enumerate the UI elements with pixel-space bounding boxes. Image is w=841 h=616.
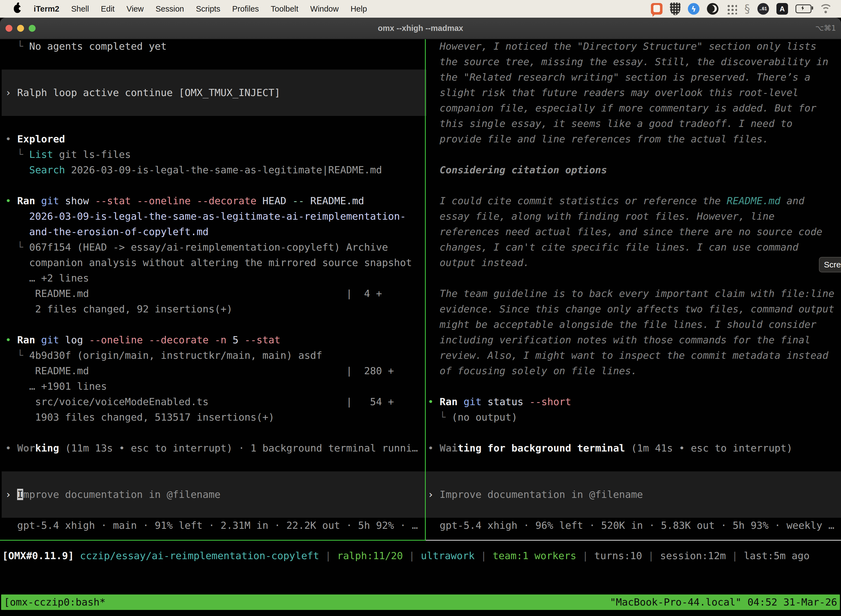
terminal-text-segment: README.md	[304, 195, 364, 207]
terminal-text-segment: the "Related research writing" section i…	[428, 72, 810, 83]
terminal-text-segment	[5, 164, 29, 176]
terminal-text-segment: └	[5, 242, 29, 253]
menu-item-edit[interactable]: Edit	[101, 4, 114, 13]
screen-sharing-chip[interactable]: Scre	[819, 257, 841, 273]
terminal-text-segment: -n	[215, 334, 227, 346]
terminal-line: • Ran git log --oneline --decorate -n 5 …	[5, 332, 430, 348]
terminal-text-segment: •	[5, 133, 17, 145]
screen-sharing-label: Scre	[824, 260, 841, 269]
screen-mirroring-icon[interactable]	[651, 3, 662, 15]
terminal-text-segment: 2 files changed, 92 insertions(+)	[5, 303, 233, 315]
terminal-line: references need actual files, and since …	[428, 224, 841, 239]
terminal-text-segment: … +2 lines	[5, 273, 89, 284]
pane-divider[interactable]	[425, 39, 426, 541]
terminal-text-segment: … +1901 lines	[5, 381, 107, 392]
window-title: omx --xhigh --madmax	[0, 18, 841, 39]
terminal-text-segment: gpt-5.4 xhigh · 96% left · 520K in · 5.8…	[428, 520, 834, 531]
terminal-text-segment: ›	[5, 489, 17, 500]
terminal-text-segment: ting for background terminal	[457, 442, 625, 454]
menubar-status-icons: ϟ§..61A	[651, 3, 841, 15]
right-terminal-pane[interactable]: However, I noticed the "Directory Struct…	[426, 39, 841, 540]
terminal-blank-line	[5, 116, 430, 131]
terminal-text-segment	[35, 195, 41, 207]
menu-item-help[interactable]: Help	[350, 4, 367, 13]
terminal-line: The team guideline is to back every impo…	[428, 286, 841, 301]
terminal-text-segment: No agents completed yet	[29, 41, 167, 52]
terminal-text-segment: 5	[227, 334, 245, 346]
terminal-text-segment: •	[5, 442, 17, 454]
dots-grid-icon[interactable]	[726, 3, 737, 14]
terminal-text-segment: last:5m ago	[744, 550, 810, 561]
terminal-text-segment: ralph:11/20	[337, 550, 403, 561]
apple-menu-icon[interactable]	[14, 5, 21, 13]
terminal-text-segment: status	[482, 396, 529, 407]
menu-item-shell[interactable]: Shell	[71, 4, 89, 13]
input-source-icon[interactable]: A	[777, 3, 788, 15]
terminal-line: Considering citation options	[428, 162, 841, 178]
menu-item-iterm2[interactable]: iTerm2	[34, 4, 59, 13]
terminal-text-segment: including verification notes with those …	[428, 334, 810, 346]
terminal-line: └ 4b9d30f (origin/main, instructkr/main,…	[5, 348, 430, 363]
terminal-blank-line	[5, 425, 430, 440]
prompt-input[interactable]: › Improve documentation in @filename	[1, 471, 426, 518]
prompt-input[interactable]: › Improve documentation in @filename	[426, 471, 841, 518]
terminal-text-segment: turns:10	[594, 550, 642, 561]
terminal-line: the source tree, missing the essay. Stil…	[428, 54, 841, 70]
terminal-text-segment: and	[781, 195, 804, 207]
terminal-blank-line	[428, 147, 841, 162]
battery-icon[interactable]	[796, 4, 812, 13]
menu-item-session[interactable]: Session	[155, 4, 184, 13]
menu-item-profiles[interactable]: Profiles	[232, 4, 259, 13]
vpn-icon[interactable]: ϟ	[688, 3, 699, 15]
terminal-line: provide file and line references from th…	[428, 131, 841, 147]
terminal-text-segment: show	[59, 195, 95, 207]
terminal-text-segment: I	[17, 489, 23, 500]
terminal-text-segment: slight risk that future readers may over…	[428, 87, 799, 98]
terminal-line: might be acceptable alongside the file l…	[428, 317, 841, 332]
terminal-line: essay file, along with finding root file…	[428, 209, 841, 224]
desktop: iTerm2ShellEditViewSessionScriptsProfile…	[0, 0, 841, 616]
terminal-text-segment	[190, 195, 197, 207]
terminal-line: └ List git ls-files	[5, 147, 430, 162]
terminal-text-segment: | 280 +	[346, 365, 394, 377]
terminal-blank-line	[428, 378, 841, 394]
terminal-text-segment: git	[41, 334, 59, 346]
terminal-text-segment: --	[292, 195, 304, 207]
keypad-shield-icon[interactable]	[670, 3, 680, 15]
terminal-line: • Ran git status --short	[428, 394, 841, 409]
terminal-text-segment: src/voice/voiceModeEnabled.ts	[5, 394, 346, 409]
left-terminal-pane[interactable]: └ No agents completed yet› Ralph loop ac…	[0, 39, 430, 540]
terminal-text-segment: |	[576, 550, 594, 561]
terminal-text-segment: (11m 13s • esc to interrupt) · 1 backgro…	[59, 442, 418, 454]
terminal-line: … +1901 lines	[5, 378, 430, 394]
terminal-text-segment: › Ralph loop active continue [OMX_TMUX_I…	[5, 87, 280, 98]
menu-item-view[interactable]: View	[126, 4, 144, 13]
wifi-icon[interactable]	[819, 4, 833, 14]
menu-item-toolbelt[interactable]: Toolbelt	[271, 4, 298, 13]
terminal-text-segment: companion analysis without altering the …	[5, 257, 412, 268]
terminal[interactable]: └ No agents completed yet› Ralph loop ac…	[0, 39, 841, 616]
terminal-text-segment: companion file, especially if more comme…	[428, 103, 816, 114]
terminal-text-segment	[457, 396, 463, 407]
terminal-text-segment: git	[463, 396, 482, 407]
terminal-line: including verification notes with those …	[428, 332, 841, 348]
terminal-text-segment: git	[41, 195, 59, 207]
terminal-text-segment: └	[5, 41, 29, 52]
terminal-blank-line	[428, 425, 841, 440]
badge-icon[interactable]: ..61	[757, 3, 769, 15]
right-pane-bottom-border	[426, 540, 841, 541]
menu-item-window[interactable]: Window	[310, 4, 338, 13]
moon-icon[interactable]	[707, 3, 718, 15]
terminal-text-segment: essay file, along with finding root file…	[428, 211, 775, 222]
terminal-text-segment: --decorate	[197, 195, 256, 207]
menu-item-scripts[interactable]: Scripts	[196, 4, 220, 13]
terminal-text-segment: log	[59, 334, 89, 346]
terminal-text-segment: Improve documentation in @filename	[440, 489, 643, 500]
squiggle-icon[interactable]: §	[744, 3, 750, 15]
window-title-bar[interactable]: omx --xhigh --madmax ⌥⌘1	[0, 18, 841, 39]
terminal-text-segment: List	[29, 149, 53, 160]
terminal-text-segment: |	[726, 550, 744, 561]
terminal-text-segment: this single essay, it seems like a good …	[428, 118, 793, 129]
terminal-blank-line	[428, 456, 841, 471]
terminal-text-segment: |	[475, 550, 492, 561]
